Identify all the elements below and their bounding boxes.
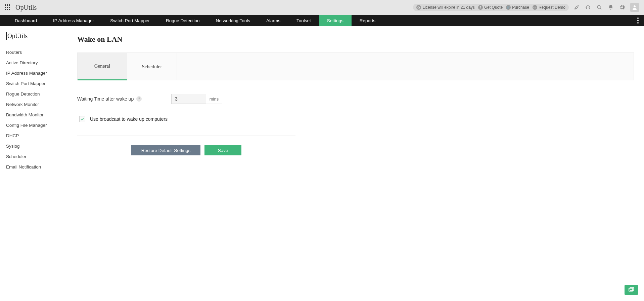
broadcast-checkbox[interactable] bbox=[79, 116, 85, 122]
bell-icon[interactable] bbox=[607, 4, 614, 11]
sidebar-item-config-file-manager[interactable]: Config File Manager bbox=[6, 120, 67, 130]
form-content: Waiting Time after wake up ? mins Use br… bbox=[77, 80, 295, 155]
nav-ip-address-manager[interactable]: IP Address Manager bbox=[45, 15, 102, 26]
request-demo-link[interactable]: ▭ Request Demo bbox=[533, 5, 565, 10]
wait-time-row: Waiting Time after wake up ? mins bbox=[77, 94, 295, 104]
sidebar-item-label: Active Directory bbox=[6, 60, 38, 65]
sidebar: OpUtils Routers Active Directory IP Addr… bbox=[0, 26, 67, 301]
header-right: ◔ License will expire in 21 days $ Get Q… bbox=[413, 3, 639, 12]
sidebar-item-label: Config File Manager bbox=[6, 123, 47, 128]
nav-more-icon[interactable] bbox=[632, 15, 644, 26]
svg-rect-2 bbox=[629, 288, 633, 291]
sidebar-item-active-directory[interactable]: Active Directory bbox=[6, 58, 67, 68]
wait-time-unit: mins bbox=[206, 94, 222, 104]
sidebar-item-syslog[interactable]: Syslog bbox=[6, 141, 67, 151]
request-demo-label: Request Demo bbox=[539, 5, 565, 10]
help-icon[interactable]: ? bbox=[136, 96, 142, 102]
main-panel: Wake on LAN General Scheduler Waiting Ti… bbox=[67, 26, 644, 301]
nav-rogue-detection[interactable]: Rogue Detection bbox=[158, 15, 208, 26]
nav-toolset[interactable]: Toolset bbox=[288, 15, 319, 26]
floating-action-button[interactable] bbox=[625, 285, 638, 295]
sidebar-item-label: Email Notification bbox=[6, 164, 41, 170]
svg-point-1 bbox=[634, 5, 636, 7]
monitor-icon: ▭ bbox=[533, 5, 537, 10]
nav-dashboard[interactable]: Dashboard bbox=[7, 15, 45, 26]
sidebar-item-label: Syslog bbox=[6, 144, 20, 149]
tab-label: Scheduler bbox=[142, 64, 162, 70]
nav-label: Dashboard bbox=[15, 18, 37, 23]
svg-point-0 bbox=[597, 5, 600, 8]
nav-label: IP Address Manager bbox=[53, 18, 94, 23]
product-title[interactable]: OpUtils bbox=[15, 4, 37, 11]
sidebar-item-label: Network Monitor bbox=[6, 102, 39, 107]
sidebar-item-label: Rogue Detection bbox=[6, 91, 40, 97]
sidebar-item-label: Bandwidth Monitor bbox=[6, 112, 44, 117]
save-button[interactable]: Save bbox=[204, 145, 241, 155]
sidebar-item-label: Routers bbox=[6, 50, 22, 55]
license-text: License will expire in 21 days bbox=[422, 5, 474, 10]
tab-scheduler[interactable]: Scheduler bbox=[127, 53, 177, 80]
sidebar-item-scheduler[interactable]: Scheduler bbox=[6, 151, 67, 162]
nav-reports[interactable]: Reports bbox=[352, 15, 383, 26]
sidebar-item-ip-address-manager[interactable]: IP Address Manager bbox=[6, 68, 67, 78]
nav-alarms[interactable]: Alarms bbox=[258, 15, 288, 26]
sidebar-item-label: IP Address Manager bbox=[6, 71, 47, 76]
broadcast-row: Use broadcast to wake up computers bbox=[79, 116, 295, 122]
license-icon: ◔ bbox=[416, 5, 421, 10]
tab-label: General bbox=[94, 63, 110, 69]
nav-switch-port-mapper[interactable]: Switch Port Mapper bbox=[102, 15, 158, 26]
broadcast-label: Use broadcast to wake up computers bbox=[90, 116, 168, 122]
tab-general[interactable]: General bbox=[78, 53, 127, 80]
sidebar-item-email-notification[interactable]: Email Notification bbox=[6, 162, 67, 172]
nav-label: Switch Port Mapper bbox=[110, 18, 150, 23]
dollar-icon: $ bbox=[478, 5, 483, 10]
app-header: OpUtils ◔ License will expire in 21 days… bbox=[0, 0, 644, 15]
get-quote-link[interactable]: $ Get Quote bbox=[478, 5, 503, 10]
sidebar-item-rogue-detection[interactable]: Rogue Detection bbox=[6, 89, 67, 99]
cart-icon: 🛒 bbox=[506, 5, 511, 10]
restore-defaults-button[interactable]: Restore Default Settings bbox=[131, 145, 200, 155]
nav-label: Alarms bbox=[266, 18, 280, 23]
form-divider bbox=[77, 136, 295, 136]
sidebar-title: OpUtils bbox=[6, 32, 67, 40]
gear-icon[interactable] bbox=[618, 4, 626, 11]
rocket-icon[interactable] bbox=[573, 4, 580, 11]
sidebar-item-bandwidth-monitor[interactable]: Bandwidth Monitor bbox=[6, 110, 67, 120]
nav-label: Reports bbox=[360, 18, 375, 23]
tabstrip: General Scheduler bbox=[77, 52, 634, 80]
page-title: Wake on LAN bbox=[77, 35, 634, 44]
license-notice[interactable]: ◔ License will expire in 21 days bbox=[416, 5, 474, 10]
nav-networking-tools[interactable]: Networking Tools bbox=[208, 15, 259, 26]
search-icon[interactable] bbox=[596, 4, 603, 11]
body: OpUtils Routers Active Directory IP Addr… bbox=[0, 26, 644, 301]
header-link-pill: ◔ License will expire in 21 days $ Get Q… bbox=[413, 4, 569, 11]
purchase-link[interactable]: 🛒 Purchase bbox=[506, 5, 529, 10]
button-row: Restore Default Settings Save bbox=[77, 145, 295, 155]
nav-settings[interactable]: Settings bbox=[319, 15, 352, 26]
wait-time-label-wrap: Waiting Time after wake up ? bbox=[77, 96, 171, 102]
nav-label: Settings bbox=[327, 18, 343, 23]
sidebar-item-network-monitor[interactable]: Network Monitor bbox=[6, 99, 67, 110]
sidebar-item-label: DHCP bbox=[6, 133, 19, 138]
sidebar-item-label: Scheduler bbox=[6, 154, 27, 159]
avatar[interactable] bbox=[630, 3, 639, 12]
sidebar-item-switch-port-mapper[interactable]: Switch Port Mapper bbox=[6, 78, 67, 89]
svg-rect-3 bbox=[630, 288, 634, 291]
sidebar-item-label: Switch Port Mapper bbox=[6, 81, 46, 86]
nav-label: Rogue Detection bbox=[166, 18, 200, 23]
wait-time-label: Waiting Time after wake up bbox=[77, 96, 134, 102]
get-quote-label: Get Quote bbox=[484, 5, 503, 10]
nav-label: Toolset bbox=[296, 18, 311, 23]
top-nav: Dashboard IP Address Manager Switch Port… bbox=[0, 15, 644, 26]
wait-time-input[interactable] bbox=[171, 94, 206, 104]
purchase-label: Purchase bbox=[512, 5, 529, 10]
headset-icon[interactable] bbox=[584, 4, 592, 11]
nav-label: Networking Tools bbox=[216, 18, 250, 23]
sidebar-item-dhcp[interactable]: DHCP bbox=[6, 130, 67, 141]
apps-grid-icon[interactable] bbox=[5, 4, 11, 10]
sidebar-item-routers[interactable]: Routers bbox=[6, 47, 67, 58]
